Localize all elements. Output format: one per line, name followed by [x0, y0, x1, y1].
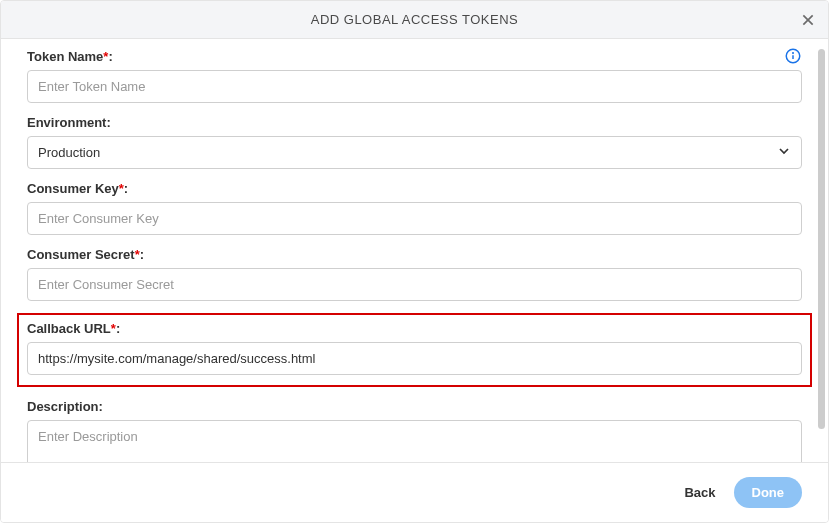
scrollbar[interactable] — [818, 49, 825, 429]
consumer-secret-group: Consumer Secret*: — [27, 247, 802, 301]
consumer-key-group: Consumer Key*: — [27, 181, 802, 235]
svg-point-4 — [793, 53, 794, 54]
consumer-key-label: Consumer Key*: — [27, 181, 802, 196]
environment-label: Environment: — [27, 115, 802, 130]
dialog-footer: Back Done — [1, 462, 828, 522]
callback-url-group: Callback URL*: — [17, 313, 812, 387]
callback-url-input[interactable] — [27, 342, 802, 375]
close-icon — [800, 12, 816, 28]
environment-group: Environment: Production — [27, 115, 802, 169]
dialog-title: ADD GLOBAL ACCESS TOKENS — [311, 12, 519, 27]
close-button[interactable] — [796, 8, 820, 32]
description-textarea[interactable] — [27, 420, 802, 462]
description-label: Description: — [27, 399, 802, 414]
description-group: Description: — [27, 399, 802, 462]
consumer-key-input[interactable] — [27, 202, 802, 235]
environment-select[interactable]: Production — [27, 136, 802, 169]
token-name-input[interactable] — [27, 70, 802, 103]
dialog-header: ADD GLOBAL ACCESS TOKENS — [1, 1, 828, 39]
back-button[interactable]: Back — [684, 485, 715, 500]
info-icon[interactable] — [784, 47, 802, 65]
consumer-secret-label: Consumer Secret*: — [27, 247, 802, 262]
consumer-secret-input[interactable] — [27, 268, 802, 301]
token-name-group: Token Name*: — [27, 49, 802, 103]
token-name-label: Token Name*: — [27, 49, 802, 64]
done-button[interactable]: Done — [734, 477, 803, 508]
form-scroll-area[interactable]: Token Name*: Environment: Production Con… — [1, 39, 828, 462]
callback-url-label: Callback URL*: — [27, 321, 802, 336]
